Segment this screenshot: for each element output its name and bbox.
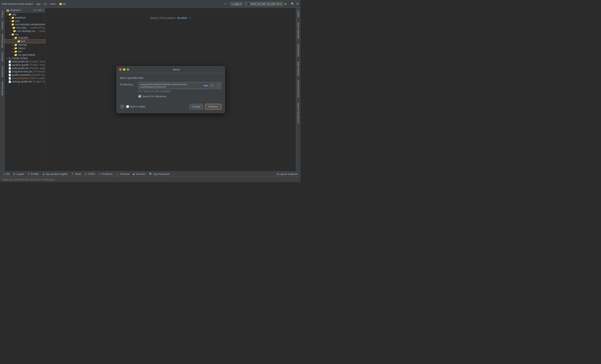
tree-item-res[interactable]: ▾ 📁 res <box>5 33 45 36</box>
help-button[interactable]: ? <box>120 104 125 109</box>
tab-git-label: Git <box>6 173 9 175</box>
tab-services[interactable]: ▶ Services <box>131 172 147 176</box>
todo-icon: ☑ <box>85 173 87 175</box>
git-icon: ⎇ <box>2 173 5 175</box>
close-icon[interactable]: × <box>42 9 43 12</box>
tab-app-quality-label: App Quality Insights <box>45 173 68 175</box>
tree-item-drawable[interactable]: ▸ 📁 drawable <box>5 36 45 40</box>
tree-item-build-kts[interactable]: 📄 build.gradle.kts (Project: Sample_Proj… <box>5 60 45 63</box>
modal-titlebar: Move <box>117 66 225 73</box>
app-inspection-icon: 🔍 <box>149 173 152 175</box>
open-editor-checkbox[interactable] <box>126 105 129 108</box>
tree-item-settings-kts[interactable]: 📄 settings.gradle.kts (Project Settings) <box>5 80 45 83</box>
right-tab-notifications[interactable]: Notifications <box>297 43 300 57</box>
problems-icon: ⚠ <box>99 173 101 175</box>
breadcrumb-main: main <box>50 2 56 5</box>
tree-item-local-props[interactable]: 📄 local.properties (SDK Location) <box>5 77 45 80</box>
left-tab-panel: Project Commit Pull Requests Structure B… <box>0 8 5 171</box>
toolbar-search[interactable]: 🔍 <box>291 2 294 5</box>
tree-item-values[interactable]: ▸ 📁 values <box>5 47 45 50</box>
tab-terminal[interactable]: >_ Terminal <box>115 172 131 176</box>
run-config-dropdown[interactable]: ▾ <box>240 2 241 5</box>
cancel-button[interactable]: Cancel <box>190 104 203 110</box>
tree-item-spotless[interactable]: 📄 spotless.gradle (Project: Sample_Proje… <box>5 63 45 67</box>
run-button[interactable]: ▶ <box>285 2 287 6</box>
browse-button[interactable]: ... <box>215 82 221 89</box>
tab-layout-inspector[interactable]: ⊞ Layout Inspector <box>275 172 300 176</box>
toolbar-settings[interactable]: ⚙ <box>296 2 299 5</box>
main-layout: Project Commit Pull Requests Structure B… <box>0 8 300 171</box>
device-dropdown[interactable]: ▾ <box>280 2 281 5</box>
tab-logcat-label: Logcat <box>16 173 24 175</box>
commit-tab[interactable]: Commit <box>1 21 4 30</box>
tab-app-inspection[interactable]: 🔍 App Inspection <box>148 172 171 176</box>
tab-logcat[interactable]: ☰ Logcat <box>11 172 25 176</box>
open-editor-label[interactable]: Open in editor <box>130 105 145 108</box>
panel-header: 🤖 Android ▾ ⟳ ≡ ⚙ × <box>5 8 45 13</box>
tree-item-gradle-scripts[interactable]: ▾ 🔧 Gradle Scripts <box>5 57 45 60</box>
tree-item-app[interactable]: ▾ 📁 app <box>5 13 45 16</box>
tree-item-build-kts2[interactable]: 📄 build.gradle.kts (Module :app) <box>5 67 45 70</box>
tab-layout-inspector-label: Layout Inspector <box>280 173 298 175</box>
tree-item-pkg3[interactable]: 📁 com.delasign.samplestarterproject (tes… <box>5 30 45 33</box>
structure-tab[interactable]: Structure <box>1 51 4 62</box>
directory-form-row: To directory: elasign/Internal/tutorial/… <box>120 82 221 92</box>
search-refs-checkbox[interactable] <box>138 95 141 98</box>
device-chip[interactable]: 📱 Pixel_3a_API_33_x86_64 ▾ <box>245 2 283 6</box>
close-button[interactable] <box>119 68 122 71</box>
tab-problems[interactable]: ⚠ Problems <box>97 172 114 176</box>
form-input-group: elasign/Internal/tutorial/kotlin-android… <box>138 82 221 92</box>
tree-item-pkg1[interactable]: 📁 com.delasign.samplestarterproject <box>5 23 45 26</box>
tree-item-res-gen[interactable]: 📁 res (generated) <box>5 53 45 57</box>
toolbar-navigate-back[interactable]: ⟵ <box>224 2 228 5</box>
panel-dropdown[interactable]: ▾ <box>20 9 21 12</box>
modal-footer: ? Open in editor Cancel Refactor <box>117 104 225 113</box>
terminal-icon: >_ <box>116 173 119 175</box>
run-config-chip[interactable]: ▷ app ▾ <box>230 2 243 6</box>
tree-item-mipmap[interactable]: ▸ 📁 mipmap <box>5 43 45 47</box>
maximize-button[interactable] <box>127 68 129 71</box>
search-refs-label[interactable]: Search for references <box>142 95 166 98</box>
tree-item-pkg2[interactable]: 📁 com.delasign.samplestarterproject (and… <box>5 26 45 30</box>
modal-body: Move specified files To directory: elasi… <box>117 73 225 104</box>
status-text: Gradle sync finished in 40 s 10 ms (10 m… <box>0 177 300 182</box>
services-icon: ▶ <box>133 173 135 175</box>
tree-item-proguard[interactable]: 📄 proguard-rules.pro (ProGuard Rules for… <box>5 70 45 73</box>
tab-build[interactable]: 🔨 Build <box>70 172 83 176</box>
run-config-icon: ▷ <box>232 2 234 5</box>
collapse-icon[interactable]: ≡ <box>37 9 38 12</box>
project-tab[interactable]: Project <box>1 10 4 18</box>
tree-item-font[interactable]: 📁 font <box>5 40 45 43</box>
app-quality-icon: ◈ <box>43 173 44 175</box>
content-area: Search Everywhere Double ⇧ Move Move spe… <box>45 8 296 171</box>
right-tab-device-manager[interactable]: Device Manager <box>297 21 300 40</box>
minimize-button[interactable] <box>123 68 125 71</box>
tree-item-gradle-props[interactable]: 📄 gradle.properties (Gradle Version) <box>5 73 45 77</box>
tree-item-manifests[interactable]: ▸ 📁 manifests <box>5 16 45 20</box>
bookmarks-tab[interactable]: Bookmarks <box>1 65 4 78</box>
android-icon: 🤖 <box>6 9 9 12</box>
bottom-tabs: ⎇ Git ☰ Logcat ⏱ Profiler ◈ App Quality … <box>0 171 300 177</box>
right-tab-build-variants[interactable]: Build Variants <box>297 61 300 76</box>
right-tab-gradle[interactable]: Gradle <box>297 10 300 18</box>
sync-icon[interactable]: ⟳ <box>34 9 36 12</box>
right-tab-device-file-explorer[interactable]: Device File Explorer <box>297 102 300 124</box>
tab-git[interactable]: ⎇ Git <box>1 172 11 176</box>
tab-terminal-label: Terminal <box>120 173 129 175</box>
tree-item-xml[interactable]: ▸ 📁 xml <box>5 50 45 53</box>
run-config-label: app <box>235 2 239 5</box>
modal-overlay: Move Move specified files To directory: … <box>45 8 296 171</box>
filter-icon[interactable]: ⚙ <box>39 9 41 12</box>
pull-requests-tab[interactable]: Pull Requests <box>1 33 4 49</box>
tab-profiler[interactable]: ⏱ Profiler <box>26 172 40 176</box>
tree-item-java[interactable]: ▾ 📁 java <box>5 20 45 23</box>
path-dropdown-button[interactable]: ▾ <box>210 82 215 89</box>
move-modal: Move Move specified files To directory: … <box>116 66 225 113</box>
tab-app-quality[interactable]: ◈ App Quality Insights <box>41 172 69 176</box>
refactor-button[interactable]: Refactor <box>205 104 221 110</box>
tab-todo[interactable]: ☑ TODO <box>83 172 97 176</box>
directory-input[interactable]: elasign/Internal/tutorial/kotlin-android… <box>138 82 210 89</box>
build-variants-tab[interactable]: Build Variants <box>1 81 4 96</box>
project-name[interactable]: kotlin-android-starter-project <box>2 2 33 5</box>
right-tab-running-devices[interactable]: Running Devices <box>297 80 300 99</box>
